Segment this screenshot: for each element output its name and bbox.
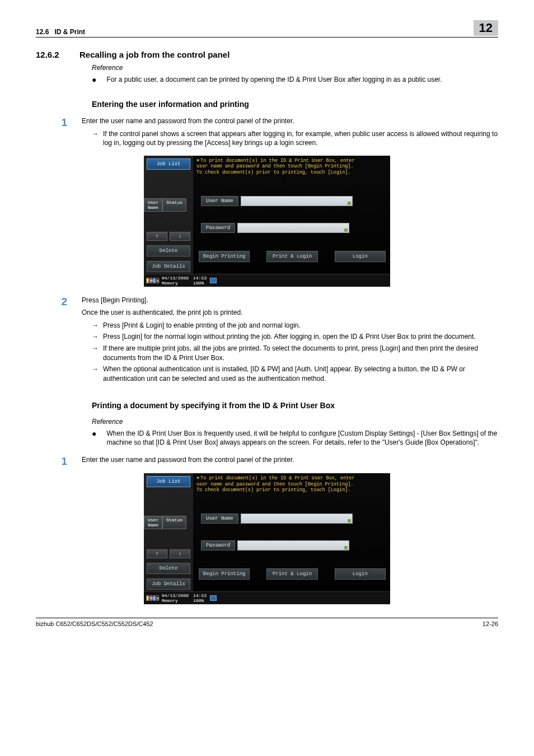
password-input[interactable] xyxy=(237,223,349,233)
status-tab[interactable]: Status xyxy=(162,198,186,212)
step2-text: Press [Begin Printing]. xyxy=(82,296,498,305)
user-name-input[interactable] xyxy=(241,196,353,206)
step-1b: 1 Enter the user name and password from … xyxy=(36,455,498,468)
login-button[interactable]: Login xyxy=(335,251,386,262)
hdd-icon xyxy=(210,278,217,283)
user-name-input[interactable] xyxy=(241,514,353,524)
reference-label: Reference xyxy=(92,64,498,72)
toner-indicators: Y M C K xyxy=(146,278,159,283)
bulb-icon: ♥ xyxy=(196,158,199,164)
panel-status-bar: Y M C K 04/13/2009Memory 14:53100% xyxy=(144,274,390,287)
head-section-title: ID & Print xyxy=(54,28,85,36)
status-memory-val: 100% xyxy=(193,281,204,286)
step2-arrow-item: →When the optional authentication unit i… xyxy=(92,365,498,383)
panel-status-bar: Y M C K 04/13/2009Memory 14:53100% xyxy=(144,591,390,604)
reference-bullet-2-text: When the ID & Print User Box is frequent… xyxy=(106,429,498,447)
status-tab[interactable]: Status xyxy=(162,516,186,529)
control-panel-screenshot-1: Job List User NameStatus ↑ ↓ Delete Job … xyxy=(144,156,390,287)
step2-arrow-item: →Press [Print & Login] to enable printin… xyxy=(92,321,498,330)
status-time: 14:53 xyxy=(193,593,207,598)
reference-bullet-2: ●When the ID & Print User Box is frequen… xyxy=(92,429,498,447)
toner-k-icon: K xyxy=(156,595,159,601)
section-heading: 12.6.2 Recalling a job from the control … xyxy=(36,50,498,59)
toner-y-icon: Y xyxy=(146,278,149,283)
step2-after: Once the user is authenticated, the prin… xyxy=(82,308,498,318)
toner-c-icon: C xyxy=(153,278,156,283)
login-button[interactable]: Login xyxy=(335,568,386,580)
reference-bullet: ●For a public user, a document can be pr… xyxy=(92,75,498,84)
reference-bullet-text: For a public user, a document can be pri… xyxy=(106,75,442,84)
status-memory-label: Memory xyxy=(162,598,178,603)
arrow-icon: → xyxy=(92,344,99,362)
footer-left: bizhub C652/C652DS/C552/C552DS/C452 xyxy=(36,620,153,627)
bullet-dot: ● xyxy=(92,76,96,84)
step-number: 1 xyxy=(36,116,67,150)
job-details-button[interactable]: Job Details xyxy=(147,261,190,272)
status-memory-val: 100% xyxy=(193,598,204,603)
subheading-entering: Entering the user information and printi… xyxy=(92,100,498,109)
step-2: 2 Press [Begin Printing]. Once the user … xyxy=(36,296,498,385)
page-footer: bizhub C652/C652DS/C552/C552DS/C452 12-2… xyxy=(36,618,498,627)
section-number: 12.6.2 xyxy=(36,50,67,59)
scroll-down-button[interactable]: ↓ xyxy=(170,232,190,241)
section-title: Recalling a job from the control panel xyxy=(79,50,229,59)
arrow-icon: → xyxy=(92,332,99,342)
user-name-label: User Name xyxy=(201,196,238,206)
begin-printing-button[interactable]: Begin Printing xyxy=(199,568,250,580)
running-head: 12.6 ID & Print 12 xyxy=(36,20,498,38)
control-panel-screenshot-2: Job List User NameStatus ↑ ↓ Delete Job … xyxy=(144,473,390,604)
step-1: 1 Enter the user name and password from … xyxy=(36,116,498,150)
status-memory-label: Memory xyxy=(162,281,178,286)
bullet-dot: ● xyxy=(92,430,96,447)
begin-printing-button[interactable]: Begin Printing xyxy=(199,251,250,262)
scroll-down-button[interactable]: ↓ xyxy=(170,549,190,558)
password-label: Password xyxy=(201,223,235,233)
subheading-printing: Printing a document by specifying it fro… xyxy=(92,401,498,410)
delete-button[interactable]: Delete xyxy=(147,245,190,256)
toner-m-icon: M xyxy=(149,595,152,601)
step2-arrow-item: →If there are multiple print jobs, all t… xyxy=(92,344,498,362)
toner-k-icon: K xyxy=(156,278,159,283)
password-label: Password xyxy=(201,540,235,550)
user-name-col: User Name xyxy=(144,198,162,212)
step1b-text: Enter the user name and password from th… xyxy=(82,455,498,465)
step-number: 2 xyxy=(36,296,67,385)
user-name-col: User Name xyxy=(144,516,162,529)
step1-text: Enter the user name and password from th… xyxy=(82,116,498,126)
print-and-login-button[interactable]: Print & Login xyxy=(266,568,317,580)
job-list-button[interactable]: Job List xyxy=(147,476,190,487)
toner-y-icon: Y xyxy=(146,595,149,601)
print-and-login-button[interactable]: Print & Login xyxy=(266,251,317,262)
delete-button[interactable]: Delete xyxy=(147,563,190,574)
footer-right: 12-26 xyxy=(483,620,498,627)
reference-label-2: Reference xyxy=(92,418,498,426)
status-date: 04/13/2009 xyxy=(162,593,189,598)
head-chapter-no: 12 xyxy=(474,20,498,36)
toner-c-icon: C xyxy=(153,595,156,601)
job-details-button[interactable]: Job Details xyxy=(147,578,190,590)
user-name-label: User Name xyxy=(201,514,238,524)
bulb-icon: ♥ xyxy=(196,475,199,481)
password-input[interactable] xyxy=(237,540,349,550)
head-section-no: 12.6 xyxy=(36,28,49,36)
arrow-icon: → xyxy=(92,129,99,148)
panel-help-message: ♥To print document(s) in the ID & Print … xyxy=(196,158,387,176)
status-time: 14:53 xyxy=(193,276,207,281)
job-list-button[interactable]: Job List xyxy=(147,158,190,170)
status-date: 04/13/2009 xyxy=(162,276,189,281)
step1-arrow-item: →If the control panel shows a screen tha… xyxy=(92,129,498,148)
hdd-icon xyxy=(210,595,217,601)
scroll-up-button[interactable]: ↑ xyxy=(147,232,167,241)
step1-arrow-text: If the control panel shows a screen that… xyxy=(103,129,498,148)
step-number: 1 xyxy=(36,455,67,468)
arrow-icon: → xyxy=(92,321,99,330)
toner-m-icon: M xyxy=(149,278,152,283)
panel-help-message: ♥To print document(s) in the ID & Print … xyxy=(196,475,387,493)
step2-arrow-item: →Press [Login] for the normal login with… xyxy=(92,332,498,342)
toner-indicators: Y M C K xyxy=(146,595,159,601)
scroll-up-button[interactable]: ↑ xyxy=(147,549,167,558)
arrow-icon: → xyxy=(92,365,99,383)
